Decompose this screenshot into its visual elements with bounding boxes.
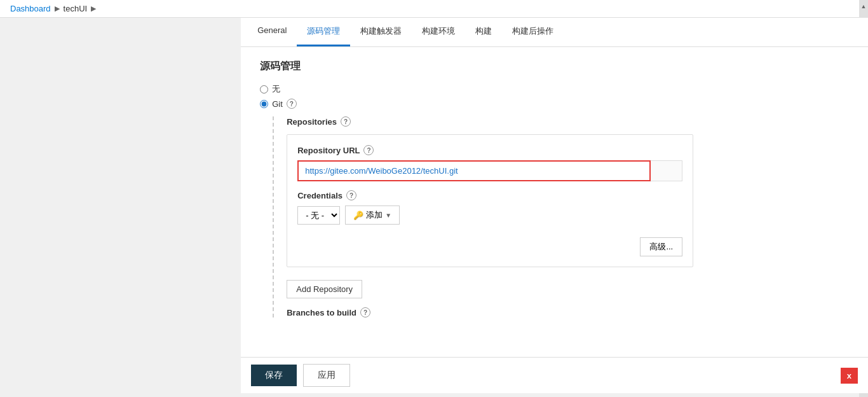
git-help-icon[interactable]: ? [287,99,297,109]
tab-bar: General 源码管理 构建触发器 构建环境 构建 构建后操作 [241,18,868,47]
url-input-extra [651,160,682,181]
radio-git-label: Git [272,99,283,109]
breadcrumb-dashboard[interactable]: Dashboard [10,4,51,13]
branches-to-build-label: Branches to build ? [287,307,849,317]
branches-help-icon[interactable]: ? [360,307,370,317]
repositories-help-icon[interactable]: ? [341,116,351,127]
credentials-section: Credentials ? - 无 - 🔑 添加 ▼ [297,190,682,225]
radio-none-label: 无 [272,83,280,95]
save-button[interactable]: 保存 [251,365,297,386]
repo-url-label: Repository URL ? [297,145,682,155]
tab-build[interactable]: 构建 [465,18,502,46]
page-body: 源码管理 无 Git ? Repositories ? [241,47,868,330]
radio-git-option[interactable]: Git ? [260,99,849,109]
advanced-button[interactable]: 高级... [640,237,682,256]
advanced-row: 高级... [297,237,682,256]
bottom-bar: 保存 应用 x [241,357,868,393]
breadcrumb-sep2: ▶ [91,4,96,13]
dropdown-arrow: ▼ [385,212,391,219]
repositories-label-text: Repositories [287,117,337,127]
repo-url-help-icon[interactable]: ? [363,145,374,155]
repositories-section: Repositories ? Repository URL ? [273,116,849,317]
credentials-help-icon[interactable]: ? [346,190,356,200]
tab-scm[interactable]: 源码管理 [297,18,350,46]
radio-none-input[interactable] [260,85,268,94]
repositories-label: Repositories ? [287,116,849,127]
breadcrumb: Dashboard ▶ techUI ▶ [0,0,868,18]
add-credentials-button[interactable]: 🔑 添加 ▼ [345,205,400,225]
credentials-label-text: Credentials [297,191,342,200]
add-credentials-label: 添加 [366,209,383,221]
close-button[interactable]: x [841,368,858,384]
scroll-up-arrow[interactable]: ▲ [859,0,868,13]
credentials-select[interactable]: - 无 - [297,206,340,225]
main-area: General 源码管理 构建触发器 构建环境 构建 构建后操作 源码管理 无 … [0,18,868,393]
breadcrumb-sep1: ▶ [55,4,60,13]
tab-post[interactable]: 构建后操作 [502,18,564,46]
url-input-wrapper [297,160,682,181]
tab-triggers[interactable]: 构建触发器 [350,18,412,46]
tab-general[interactable]: General [247,18,297,46]
radio-group: 无 Git ? [260,83,849,109]
content-panel: General 源码管理 构建触发器 构建环境 构建 构建后操作 源码管理 无 … [241,18,868,393]
repository-card: Repository URL ? Credentials ? [287,134,693,267]
breadcrumb-project: techUI [64,4,88,13]
add-repository-button[interactable]: Add Repository [287,280,362,298]
radio-none-option[interactable]: 无 [260,83,849,95]
repository-url-input[interactable] [297,160,651,181]
radio-git-input[interactable] [260,100,268,108]
key-icon: 🔑 [353,211,363,220]
sidebar [0,18,111,393]
credentials-label: Credentials ? [297,190,682,200]
branches-label-text: Branches to build [287,308,356,317]
credentials-row: - 无 - 🔑 添加 ▼ [297,205,682,225]
section-title: 源码管理 [260,60,849,73]
apply-button[interactable]: 应用 [303,364,350,387]
tab-env[interactable]: 构建环境 [412,18,465,46]
repo-url-label-text: Repository URL [297,146,360,155]
